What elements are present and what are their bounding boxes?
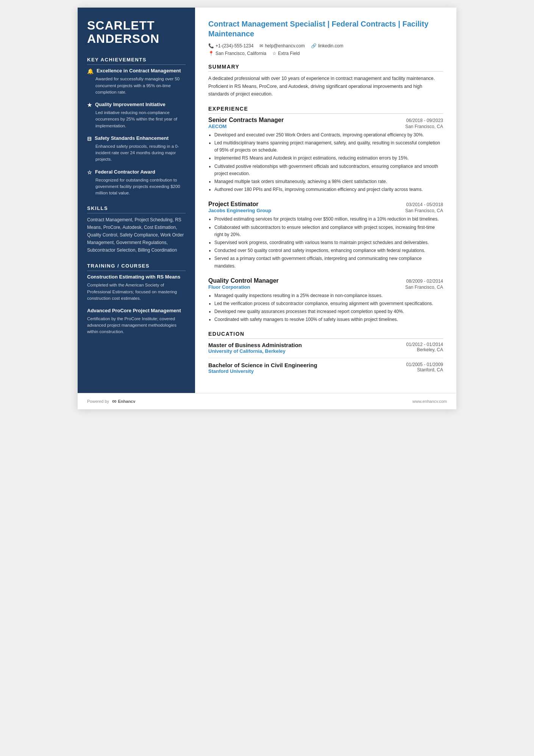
edu-date-1: 01/2012 - 01/2014: [406, 342, 443, 347]
achievement-item: 🔔 Excellence in Contract Management Awar…: [87, 68, 186, 95]
bullet: Served as a primary contact with governm…: [214, 255, 443, 269]
achievements-section-title: KEY ACHIEVEMENTS: [87, 57, 186, 65]
achievement-item-2: ★ Quality Improvement Initiative Led ini…: [87, 102, 186, 129]
resume-container: SCARLETT ANDERSON KEY ACHIEVEMENTS 🔔 Exc…: [78, 8, 456, 409]
extra-icon: ☆: [272, 51, 276, 56]
full-name: SCARLETT ANDERSON: [87, 19, 186, 45]
footer-left: Powered by ∞ Enhancv: [87, 398, 135, 405]
name-block: SCARLETT ANDERSON: [87, 19, 186, 45]
linkedin-icon: 🔗: [311, 43, 317, 49]
achievement-icon-3: ⊟: [87, 136, 92, 142]
achievement-item-4: ☆ Federal Contractor Award Recognized fo…: [87, 169, 186, 197]
edu-location-1: Berkeley, CA: [406, 347, 443, 352]
training-item-2: Advanced ProCore Project Management Cert…: [87, 308, 186, 335]
contact-row: 📞 +1-(234)-555-1234 ✉ help@enhancv.com 🔗…: [208, 43, 443, 49]
achievement-desc-2: Led initiative reducing non-compliance o…: [87, 110, 186, 129]
edu-entry-1: Master of Business Administration Univer…: [208, 342, 443, 358]
exp-location-2: San Francisco, CA: [405, 208, 443, 213]
footer: Powered by ∞ Enhancv www.enhancv.com: [78, 393, 456, 409]
bullet: Managed quality inspections resulting in…: [214, 292, 443, 299]
exp-title-3: Quality Control Manager: [208, 277, 279, 284]
exp-location-1: San Francisco, CA: [405, 124, 443, 129]
job-title: Contract Management Specialist | Federal…: [208, 19, 443, 39]
bullet: Cultivated positive relationships with g…: [214, 163, 443, 177]
achievement-icon-2: ★: [87, 102, 92, 108]
brand-name: Enhancv: [118, 399, 136, 404]
exp-company-1: AECOM: [208, 124, 226, 129]
bullet: Coordinated with safety managers to reso…: [214, 316, 443, 323]
bullet: Developed new quality assurances process…: [214, 308, 443, 315]
contact-phone: 📞 +1-(234)-555-1234: [208, 43, 253, 49]
exp-company-2: Jacobs Engineering Group: [208, 208, 271, 213]
training-section-title: TRAINING / COURSES: [87, 263, 186, 271]
training-desc-1: Completed with the American Society of P…: [87, 282, 186, 302]
exp-entry-3: Quality Control Manager 08/2009 - 02/201…: [208, 277, 443, 324]
sidebar: SCARLETT ANDERSON KEY ACHIEVEMENTS 🔔 Exc…: [78, 8, 195, 393]
edu-date-2: 01/2005 - 01/2009: [406, 362, 443, 367]
achievement-desc-1: Awarded for successfully managing over 5…: [87, 76, 186, 95]
skills-section-title: SKILLS: [87, 205, 186, 213]
exp-entry-2: Project Estimator 03/2014 - 05/2018 Jaco…: [208, 201, 443, 269]
training-title-1: Construction Estimating with RS Means: [87, 274, 186, 280]
contact-extra: ☆ Extra Field: [272, 51, 300, 56]
exp-bullets-1: Developed and executed over 250 Work Ord…: [208, 131, 443, 194]
email-icon: ✉: [259, 43, 263, 49]
achievement-item-3: ⊟ Safety Standards Enhancement Enhanced …: [87, 135, 186, 163]
exp-date-3: 08/2009 - 02/2014: [406, 279, 443, 284]
summary-title: SUMMARY: [208, 64, 443, 72]
edu-degree-1: Master of Business Administration: [208, 342, 302, 348]
education-title: EDUCATION: [208, 331, 443, 339]
bullet: Collaborated with subcontractors to ensu…: [214, 224, 443, 238]
location-icon: 📍: [208, 51, 214, 56]
exp-date-1: 06/2018 - 09/2023: [406, 118, 443, 123]
experience-title: EXPERIENCE: [208, 106, 443, 114]
contact-row-2: 📍 San Francisco, California ☆ Extra Fiel…: [208, 51, 443, 56]
achievement-icon-4: ☆: [87, 169, 92, 175]
edu-school-2: Stanford University: [208, 368, 317, 374]
achievement-title-4: Federal Contractor Award: [95, 169, 155, 175]
bullet: Developed and executed over 250 Work Ord…: [214, 131, 443, 139]
edu-location-2: Stanford, CA: [406, 367, 443, 373]
bullet: Led multidisciplinary teams spanning pro…: [214, 139, 443, 154]
training-item-1: Construction Estimating with RS Means Co…: [87, 274, 186, 302]
achievement-desc-4: Recognized for outstanding contribution …: [87, 177, 186, 197]
main-content: Contract Management Specialist | Federal…: [195, 8, 456, 393]
enhancv-logo: ∞ Enhancv: [112, 398, 135, 405]
exp-date-2: 03/2014 - 05/2018: [406, 202, 443, 207]
bullet: Supervised work progress, coordinating w…: [214, 239, 443, 246]
bullet: Conducted over 50 quality control and sa…: [214, 247, 443, 254]
bullet: Provided estimating services for project…: [214, 216, 443, 223]
exp-bullets-3: Managed quality inspections resulting in…: [208, 292, 443, 324]
achievement-icon-1: 🔔: [87, 68, 94, 74]
website-text: www.enhancv.com: [412, 399, 447, 404]
edu-entry-2: Bachelor of Science in Civil Engineering…: [208, 362, 443, 378]
training-desc-2: Certification by the ProCore Institute; …: [87, 316, 186, 335]
contact-location: 📍 San Francisco, California: [208, 51, 266, 56]
bullet: Authored over 180 PPIs and RFIs, improvi…: [214, 186, 443, 193]
edu-school-1: University of California, Berkeley: [208, 348, 302, 354]
bullet: Managed multiple task orders simultaneou…: [214, 178, 443, 185]
logo-symbol: ∞: [112, 398, 116, 405]
powered-by-text: Powered by: [87, 399, 109, 404]
exp-title-1: Senior Contracts Manager: [208, 117, 284, 124]
job-title-block: Contract Management Specialist | Federal…: [208, 19, 443, 39]
achievement-desc-3: Enhanced safety protocols, resulting in …: [87, 143, 186, 163]
footer-right: www.enhancv.com: [412, 399, 447, 404]
bullet: Implemented RS Means and Autodesk in pro…: [214, 155, 443, 162]
contact-email: ✉ help@enhancv.com: [259, 43, 304, 49]
bullet: Led the verification process of subcontr…: [214, 300, 443, 307]
achievement-title-2: Quality Improvement Initiative: [95, 102, 166, 107]
exp-title-2: Project Estimator: [208, 201, 258, 208]
achievement-title-3: Safety Standards Enhancement: [95, 135, 169, 141]
phone-icon: 📞: [208, 43, 214, 49]
achievement-title-1: Excellence in Contract Management: [97, 68, 181, 74]
exp-location-3: San Francisco, CA: [405, 285, 443, 290]
exp-company-3: Fluor Corporation: [208, 284, 250, 290]
exp-entry-1: Senior Contracts Manager 06/2018 - 09/20…: [208, 117, 443, 194]
training-title-2: Advanced ProCore Project Management: [87, 308, 186, 314]
contact-linkedin: 🔗 linkedin.com: [311, 43, 344, 49]
summary-text: A dedicated professional with over 10 ye…: [208, 75, 443, 98]
exp-bullets-2: Provided estimating services for project…: [208, 216, 443, 269]
resume-body: SCARLETT ANDERSON KEY ACHIEVEMENTS 🔔 Exc…: [78, 8, 456, 393]
skills-text: Contract Management, Project Scheduling,…: [87, 216, 186, 254]
